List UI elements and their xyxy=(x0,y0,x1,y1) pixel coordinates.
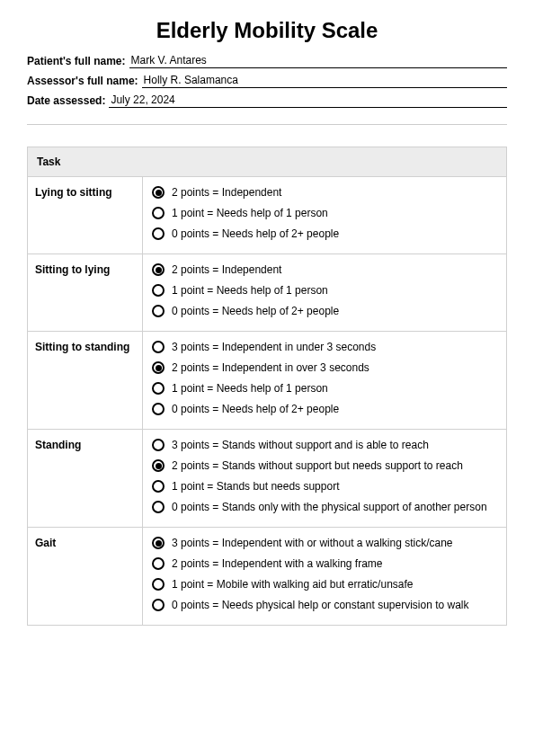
task-option-label: 1 point = Stands but needs support xyxy=(172,480,339,493)
radio-icon[interactable] xyxy=(152,439,165,451)
patient-name-input[interactable]: Mark V. Antares xyxy=(129,54,507,68)
task-option-label: 2 points = Independent xyxy=(172,263,281,276)
task-option[interactable]: 1 point = Needs help of 1 person xyxy=(152,382,497,395)
task-row: Standing3 points = Stands without suppor… xyxy=(28,430,506,528)
radio-icon[interactable] xyxy=(152,599,165,611)
radio-icon[interactable] xyxy=(152,227,165,240)
radio-icon[interactable] xyxy=(152,284,165,297)
radio-icon[interactable] xyxy=(152,305,165,317)
date-assessed-label: Date assessed: xyxy=(27,94,105,108)
task-name: Sitting to standing xyxy=(28,332,143,429)
radio-icon[interactable] xyxy=(152,480,165,493)
task-option[interactable]: 3 points = Independent with or without a… xyxy=(152,537,497,549)
task-option-label: 1 point = Needs help of 1 person xyxy=(172,382,328,395)
task-option[interactable]: 0 points = Needs help of 2+ people xyxy=(152,227,497,240)
task-options: 3 points = Independent in under 3 second… xyxy=(143,332,506,429)
task-option-label: 0 points = Needs help of 2+ people xyxy=(172,227,339,240)
date-assessed-input[interactable]: July 22, 2024 xyxy=(109,93,507,108)
task-option[interactable]: 2 points = Independent in over 3 seconds xyxy=(152,361,497,374)
patient-name-label: Patient's full name: xyxy=(27,55,126,68)
task-option-label: 0 points = Needs physical help or consta… xyxy=(172,599,469,611)
radio-icon[interactable] xyxy=(152,341,165,353)
radio-icon[interactable] xyxy=(152,207,165,219)
task-name: Gait xyxy=(28,528,143,625)
radio-icon[interactable] xyxy=(152,459,165,472)
task-option-label: 2 points = Independent xyxy=(172,186,281,199)
radio-icon[interactable] xyxy=(152,578,165,591)
task-options: 3 points = Stands without support and is… xyxy=(143,430,506,527)
task-option[interactable]: 1 point = Stands but needs support xyxy=(152,480,497,493)
task-header: Task xyxy=(28,147,506,177)
date-assessed-row: Date assessed: July 22, 2024 xyxy=(27,93,507,108)
task-option-label: 1 point = Needs help of 1 person xyxy=(172,207,328,219)
task-option[interactable]: 3 points = Stands without support and is… xyxy=(152,439,497,451)
page-title: Elderly Mobility Scale xyxy=(27,18,507,43)
task-option-label: 1 point = Mobile with walking aid but er… xyxy=(172,578,413,591)
task-option[interactable]: 2 points = Independent with a walking fr… xyxy=(152,557,497,570)
task-name: Standing xyxy=(28,430,143,527)
task-option-label: 3 points = Independent in under 3 second… xyxy=(172,341,376,353)
task-option-label: 0 points = Needs help of 2+ people xyxy=(172,305,339,317)
task-row: Sitting to standing3 points = Independen… xyxy=(28,332,506,430)
task-option[interactable]: 1 point = Needs help of 1 person xyxy=(152,207,497,219)
assessor-name-row: Assessor's full name: Holly R. Salamanca xyxy=(27,74,507,88)
task-option-label: 1 point = Needs help of 1 person xyxy=(172,284,328,297)
task-name: Lying to sitting xyxy=(28,177,143,253)
task-row: Lying to sitting2 points = Independent1 … xyxy=(28,177,506,254)
task-row: Sitting to lying2 points = Independent1 … xyxy=(28,254,506,332)
task-option-label: 2 points = Independent with a walking fr… xyxy=(172,557,382,570)
task-option-label: 3 points = Independent with or without a… xyxy=(172,537,453,549)
task-option[interactable]: 1 point = Needs help of 1 person xyxy=(152,284,497,297)
task-option[interactable]: 2 points = Independent xyxy=(152,263,497,276)
assessor-name-label: Assessor's full name: xyxy=(27,75,138,88)
task-option-label: 3 points = Stands without support and is… xyxy=(172,439,429,451)
radio-icon[interactable] xyxy=(152,403,165,415)
task-option[interactable]: 0 points = Needs help of 2+ people xyxy=(152,403,497,415)
assessor-name-input[interactable]: Holly R. Salamanca xyxy=(142,74,507,88)
task-options: 3 points = Independent with or without a… xyxy=(143,528,506,625)
task-option-label: 2 points = Stands without support but ne… xyxy=(172,459,463,472)
task-table: Task Lying to sitting2 points = Independ… xyxy=(27,147,507,626)
radio-icon[interactable] xyxy=(152,537,165,549)
task-option[interactable]: 2 points = Independent xyxy=(152,186,497,199)
task-option[interactable]: 2 points = Stands without support but ne… xyxy=(152,459,497,472)
patient-name-row: Patient's full name: Mark V. Antares xyxy=(27,54,507,68)
task-options: 2 points = Independent1 point = Needs he… xyxy=(143,177,506,253)
radio-icon[interactable] xyxy=(152,501,165,513)
task-option[interactable]: 0 points = Needs physical help or consta… xyxy=(152,599,497,611)
radio-icon[interactable] xyxy=(152,186,165,199)
task-option-label: 0 points = Needs help of 2+ people xyxy=(172,403,339,415)
task-option[interactable]: 1 point = Mobile with walking aid but er… xyxy=(152,578,497,591)
task-option[interactable]: 0 points = Needs help of 2+ people xyxy=(152,305,497,317)
radio-icon[interactable] xyxy=(152,263,165,276)
task-options: 2 points = Independent1 point = Needs he… xyxy=(143,254,506,331)
section-divider xyxy=(27,124,507,125)
task-option[interactable]: 3 points = Independent in under 3 second… xyxy=(152,341,497,353)
task-option[interactable]: 0 points = Stands only with the physical… xyxy=(152,501,497,513)
radio-icon[interactable] xyxy=(152,361,165,374)
task-option-label: 0 points = Stands only with the physical… xyxy=(172,501,487,513)
radio-icon[interactable] xyxy=(152,382,165,395)
radio-icon[interactable] xyxy=(152,557,165,570)
task-option-label: 2 points = Independent in over 3 seconds xyxy=(172,361,369,374)
task-name: Sitting to lying xyxy=(28,254,143,331)
task-row: Gait3 points = Independent with or witho… xyxy=(28,528,506,625)
